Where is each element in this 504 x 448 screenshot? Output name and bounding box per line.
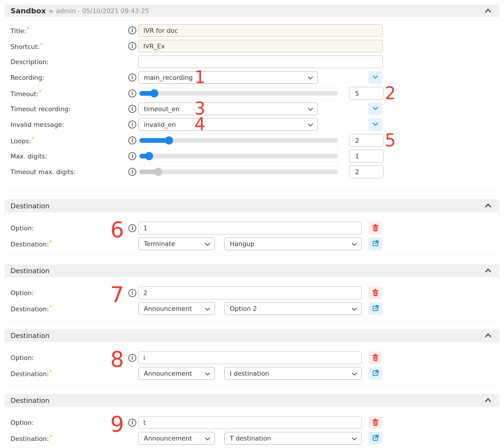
destination-type-value: Announcement [144, 370, 192, 377]
destination-target-select[interactable]: Option 2 [224, 302, 362, 315]
description-input[interactable] [138, 55, 383, 68]
timeout-recording-expand-button[interactable] [368, 103, 382, 115]
required-marker: * [40, 42, 43, 48]
info-icon[interactable]: i [128, 73, 136, 82]
field-row-timeout-max-digits: Timeout max. digits: i [11, 165, 499, 178]
info-icon[interactable]: i [128, 224, 136, 232]
slider-thumb [154, 168, 162, 176]
timeout-slider[interactable] [138, 87, 339, 100]
open-destination-button[interactable] [368, 432, 382, 445]
required-marker: * [49, 239, 52, 245]
timeout-label: Timeout:* [11, 89, 126, 98]
option-input[interactable] [138, 351, 362, 364]
slider-track[interactable] [139, 91, 338, 96]
destination-label-text: Destination: [11, 435, 49, 442]
slider-thumb[interactable] [165, 137, 173, 145]
invalid-message-expand-button[interactable] [368, 118, 382, 131]
destination-panel-collapse-button[interactable] [484, 397, 492, 404]
title-input[interactable] [138, 24, 383, 37]
destination-target-select[interactable]: T destination [224, 432, 362, 445]
external-link-icon [372, 240, 379, 248]
delete-destination-button[interactable] [368, 287, 382, 299]
delete-destination-button[interactable] [368, 222, 382, 235]
loops-value-input[interactable] [349, 134, 384, 147]
delete-destination-button[interactable] [368, 416, 382, 429]
destination-type-value: Announcement [144, 435, 192, 442]
destination-type-value: Announcement [144, 305, 192, 312]
timeout-recording-select[interactable]: timeout_en [138, 103, 318, 115]
info-icon[interactable]: i [128, 89, 136, 97]
loops-slider[interactable] [138, 134, 339, 147]
destination-label: Destination:* [11, 240, 126, 248]
timeout-max-digits-value-input[interactable] [349, 165, 384, 178]
chevron-down-icon [352, 305, 357, 312]
destination-panel-3: Destination 8 Option: i [5, 329, 499, 385]
info-icon[interactable]: i [128, 168, 136, 176]
annotation-5: 5 [385, 132, 396, 149]
shortcut-label-text: Shortcut: [11, 43, 40, 50]
destination-target-value: Hangup [230, 240, 254, 247]
option-label-text: Option: [11, 419, 34, 426]
option-input[interactable] [138, 222, 362, 235]
destination-target-select[interactable]: Hangup [224, 237, 362, 250]
destination-type-select[interactable]: Announcement [138, 302, 215, 315]
invalid-message-select[interactable]: invalid_en [138, 118, 318, 131]
invalid-message-label-text: Invalid message: [11, 121, 64, 128]
info-icon[interactable]: i [128, 354, 136, 362]
option-input[interactable] [138, 416, 362, 429]
max-digits-label-text: Max. digits: [11, 153, 47, 160]
max-digits-value-input[interactable] [349, 150, 384, 163]
info-icon[interactable]: i [128, 152, 136, 160]
timeout-max-digits-label: Timeout max. digits: [11, 168, 126, 175]
destination-panel-body: 7 Option: i [5, 277, 499, 320]
recording-label-text: Recording: [11, 74, 44, 81]
max-digits-slider[interactable] [138, 150, 339, 163]
ivr-config-page: Sandbox » admin - 05/10/2021 09:43:25 Ti… [0, 0, 504, 448]
destination-panel-header: Destination [5, 264, 499, 277]
timeout-max-digits-label-text: Timeout max. digits: [11, 168, 76, 175]
destination-panel-4: Destination 9 Option: i [5, 394, 499, 448]
destination-type-select[interactable]: Announcement [138, 432, 215, 445]
trash-icon [372, 289, 379, 297]
open-destination-button[interactable] [368, 237, 382, 250]
timeout-recording-select-value: timeout_en [144, 105, 180, 113]
info-icon[interactable]: i [128, 26, 136, 34]
option-input[interactable] [138, 287, 362, 299]
timeout-value-input[interactable] [349, 87, 384, 100]
delete-destination-button[interactable] [368, 351, 382, 364]
info-icon[interactable]: i [128, 289, 136, 297]
info-icon[interactable]: i [128, 419, 136, 427]
slider-track[interactable] [139, 154, 338, 158]
info-icon[interactable]: i [128, 137, 136, 144]
destination-type-select[interactable]: Terminate [138, 237, 215, 250]
destination-panel-1: Destination 6 Option: i [5, 199, 499, 256]
external-link-icon [372, 305, 379, 313]
slider-track[interactable] [139, 138, 338, 143]
destination-target-select[interactable]: I destination [224, 367, 362, 380]
info-icon[interactable]: i [128, 42, 136, 50]
destination-panel-header: Destination [5, 329, 499, 342]
slider-thumb[interactable] [145, 152, 153, 160]
destination-type-select[interactable]: Announcement [138, 367, 215, 380]
chevron-down-icon [352, 435, 357, 442]
destination-label-text: Destination: [11, 306, 49, 313]
slider-thumb[interactable] [150, 89, 158, 98]
recording-select[interactable]: main_recording [138, 71, 318, 84]
shortcut-input[interactable] [138, 40, 383, 52]
chevron-down-icon [308, 105, 313, 113]
destination-panel-collapse-button[interactable] [484, 203, 492, 209]
destination-type-value: Terminate [144, 240, 175, 247]
main-panel-collapse-button[interactable] [484, 7, 492, 14]
open-destination-button[interactable] [368, 367, 382, 380]
chevron-up-icon [485, 8, 491, 13]
timeout-max-digits-slider [138, 165, 339, 178]
info-icon[interactable]: i [128, 105, 136, 113]
recording-expand-button[interactable] [368, 71, 382, 84]
destination-panel-collapse-button[interactable] [484, 332, 492, 339]
destination-panel-collapse-button[interactable] [484, 267, 492, 274]
open-destination-button[interactable] [368, 302, 382, 315]
recording-select-value: main_recording [144, 74, 193, 81]
info-icon[interactable]: i [128, 121, 136, 128]
required-marker: * [49, 304, 52, 310]
timeout-label-text: Timeout: [11, 90, 38, 98]
